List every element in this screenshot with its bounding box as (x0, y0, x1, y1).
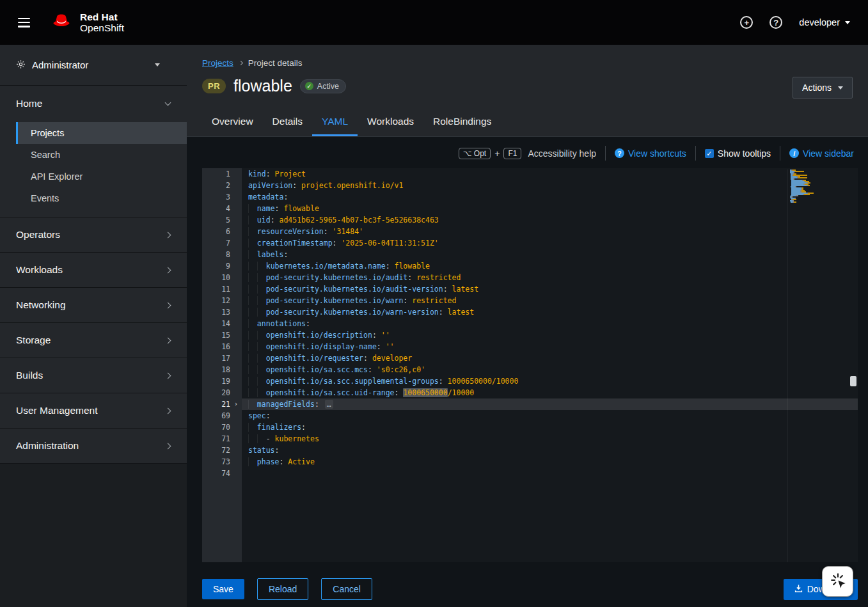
sidebar-item-label: Administration (16, 440, 79, 452)
tab-rolebindings[interactable]: RoleBindings (423, 107, 501, 136)
sidebar-item-workloads[interactable]: Workloads (0, 253, 187, 288)
minimap[interactable] (787, 169, 849, 562)
line-number: 15 (202, 329, 230, 341)
editor-line[interactable]: 9 kubernetes.io/metadata.name: flowable (202, 260, 858, 272)
sidebar-item-label: Home (16, 98, 42, 109)
overview-ruler[interactable] (849, 168, 858, 562)
check-circle-icon: ✓ (305, 82, 313, 90)
chevron-right-icon (165, 232, 171, 238)
editor-line[interactable]: 2apiVersion: project.openshift.io/v1 (202, 180, 858, 191)
editor-line[interactable]: 21› managedFields: … (202, 398, 858, 410)
editor-line[interactable]: 1kind: Project (202, 168, 858, 180)
fold-spacer (230, 180, 242, 191)
show-tooltips-control: ✓ Show tooltips (705, 148, 771, 159)
line-number: 1 (202, 168, 230, 180)
editor-line[interactable]: 19 openshift.io/sa.scc.supplemental-grou… (202, 375, 858, 387)
fold-spacer (230, 295, 242, 306)
editor-line[interactable]: 7 creationTimestamp: '2025-06-04T11:31:5… (202, 237, 858, 249)
cancel-button[interactable]: Cancel (321, 578, 372, 600)
user-menu[interactable]: developer (799, 17, 850, 28)
reload-button[interactable]: Reload (257, 578, 308, 600)
editor-line[interactable]: 12 pod-security.kubernetes.io/warn: rest… (202, 295, 858, 306)
editor-line[interactable]: 17 openshift.io/requester: developer (202, 352, 858, 364)
view-sidebar-link[interactable]: i View sidebar (789, 148, 854, 159)
editor-line[interactable]: 14 annotations: (202, 318, 858, 329)
code-content: openshift.io/description: '' (242, 329, 858, 341)
tab-workloads[interactable]: Workloads (358, 107, 423, 136)
tab-details[interactable]: Details (263, 107, 312, 136)
editor-line[interactable]: 72status: (202, 445, 858, 456)
sidebar-item-events[interactable]: Events (16, 187, 187, 209)
editor-line[interactable]: 6 resourceVersion: '31484' (202, 226, 858, 237)
code-content: kind: Project (242, 168, 858, 180)
add-icon[interactable]: + (740, 16, 753, 29)
editor-line[interactable]: 5 uid: ad451b62-5965-4b07-bc3f-5e526638c… (202, 214, 858, 226)
sidebar-item-storage[interactable]: Storage (0, 323, 187, 358)
editor-line[interactable]: 8 labels: (202, 249, 858, 260)
show-tooltips-checkbox[interactable]: ✓ (705, 149, 714, 158)
actions-button[interactable]: Actions (793, 77, 853, 99)
fold-spacer (230, 410, 242, 422)
code-content: pod-security.kubernetes.io/audit-version… (242, 283, 858, 295)
save-button[interactable]: Save (202, 579, 244, 599)
yaml-editor[interactable]: 1kind: Project2apiVersion: project.opens… (202, 168, 858, 562)
fold-spacer (230, 468, 242, 479)
editor-line[interactable]: 15 openshift.io/description: '' (202, 329, 858, 341)
tab-yaml[interactable]: YAML (312, 107, 358, 136)
sidebar-item-networking[interactable]: Networking (0, 288, 187, 323)
code-content: managedFields: … (242, 398, 858, 410)
sidebar-item-operators[interactable]: Operators (0, 217, 187, 253)
tab-overview[interactable]: Overview (202, 107, 263, 136)
sidebar-item-label: Storage (16, 335, 51, 346)
perspective-switcher[interactable]: Administrator (0, 45, 187, 86)
divider (780, 146, 780, 161)
divider (695, 146, 696, 161)
line-number: 8 (202, 249, 230, 260)
editor-line[interactable]: 4 name: flowable (202, 203, 858, 214)
keycap-f1: F1 (503, 148, 521, 159)
editor-line[interactable]: 13 pod-security.kubernetes.io/warn-versi… (202, 306, 858, 318)
view-shortcuts-label: View shortcuts (628, 148, 686, 159)
sidebar-section-administration: Administration (0, 429, 187, 464)
help-icon[interactable]: ? (769, 16, 782, 29)
code-content: uid: ad451b62-5965-4b07-bc3f-5e526638c46… (242, 214, 858, 226)
breadcrumb-link-projects[interactable]: Projects (202, 58, 233, 68)
hamburger-menu-button[interactable] (18, 18, 30, 28)
editor-line[interactable]: 10 pod-security.kubernetes.io/audit: res… (202, 272, 858, 283)
sidebar-item-user-management[interactable]: User Management (0, 393, 187, 429)
fold-spacer (230, 433, 242, 445)
editor-line[interactable]: 16 openshift.io/display-name: '' (202, 341, 858, 352)
sidebar-item-builds[interactable]: Builds (0, 358, 187, 393)
sidebar-item-label: Operators (16, 229, 60, 240)
editor-line[interactable]: 20 openshift.io/sa.scc.uid-range: 100065… (202, 387, 858, 398)
editor-line[interactable]: 11 pod-security.kubernetes.io/audit-vers… (202, 283, 858, 295)
editor-line[interactable]: 74 (202, 468, 858, 479)
editor-line[interactable]: 71 - kubernetes (202, 433, 858, 445)
editor-line[interactable]: 69spec: (202, 410, 858, 422)
chevron-down-icon (155, 63, 160, 67)
code-content: openshift.io/requester: developer (242, 352, 858, 364)
view-shortcuts-link[interactable]: ? View shortcuts (615, 148, 686, 159)
fold-chevron-icon[interactable]: › (230, 398, 242, 410)
sidebar-item-home[interactable]: Home (0, 86, 187, 121)
editor-line[interactable]: 70 finalizers: (202, 422, 858, 433)
accessibility-help-label: Accessibility help (528, 148, 596, 159)
fold-spacer (230, 226, 242, 237)
chevron-right-icon (165, 372, 171, 379)
code-content: pod-security.kubernetes.io/warn: restric… (242, 295, 858, 306)
editor-line[interactable]: 3metadata: (202, 191, 858, 203)
scroll-marker[interactable] (850, 376, 856, 386)
code-content (242, 468, 858, 479)
fold-spacer (230, 191, 242, 203)
fold-spacer (230, 203, 242, 214)
editor-line[interactable]: 73 phase: Active (202, 456, 858, 468)
sidebar-item-search[interactable]: Search (16, 144, 187, 166)
sidebar-item-administration[interactable]: Administration (0, 429, 187, 464)
sidebar-item-projects[interactable]: Projects (16, 122, 187, 144)
line-number: 17 (202, 352, 230, 364)
editor-line[interactable]: 18 openshift.io/sa.scc.mcs: 's0:c26,c0' (202, 364, 858, 375)
chevron-right-icon (165, 443, 171, 449)
sidebar-item-api-explorer[interactable]: API Explorer (16, 166, 187, 187)
code-content: openshift.io/display-name: '' (242, 341, 858, 352)
line-number: 2 (202, 180, 230, 191)
